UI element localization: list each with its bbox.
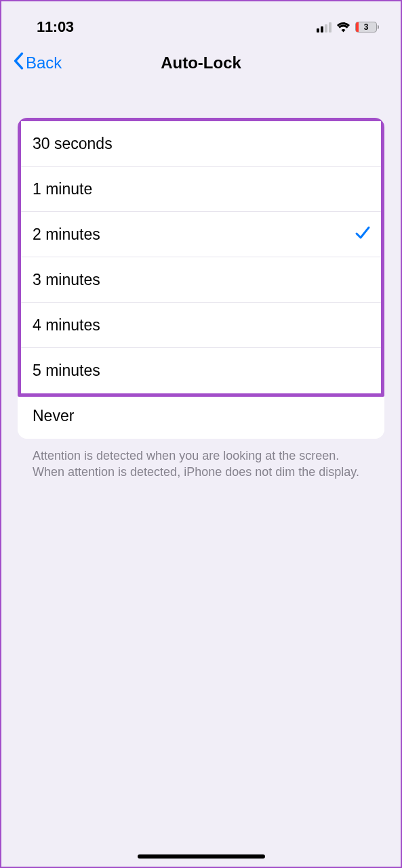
option-4-minutes[interactable]: 4 minutes [21,303,381,348]
option-never[interactable]: Never [18,393,384,439]
option-1-minute[interactable]: 1 minute [21,167,381,212]
option-2-minutes[interactable]: 2 minutes [21,212,381,257]
cellular-signal-icon [317,22,331,32]
option-label: 3 minutes [33,271,100,289]
status-time: 11:03 [37,18,74,36]
option-label: Never [33,407,74,425]
option-30-seconds[interactable]: 30 seconds [21,121,381,167]
home-indicator[interactable] [138,854,265,859]
option-label: 1 minute [33,180,92,198]
checkmark-icon [355,225,371,243]
battery-icon: 3 [355,22,379,32]
back-label: Back [26,53,62,72]
option-5-minutes[interactable]: 5 minutes [21,348,381,393]
status-bar: 11:03 3 [1,1,401,41]
highlighted-options-group: 30 seconds 1 minute 2 minutes 3 minutes … [18,118,384,397]
option-3-minutes[interactable]: 3 minutes [21,257,381,303]
chevron-left-icon [12,52,24,74]
content-area: 30 seconds 1 minute 2 minutes 3 minutes … [1,84,401,481]
option-label: 2 minutes [33,225,100,244]
back-button[interactable]: Back [12,52,62,74]
footer-description: Attention is detected when you are looki… [18,439,384,481]
option-label: 4 minutes [33,316,100,334]
battery-percent: 3 [364,22,369,32]
page-title: Auto-Lock [161,53,241,72]
navigation-bar: Back Auto-Lock [1,41,401,84]
status-icons: 3 [317,22,379,32]
option-label: 30 seconds [33,135,113,153]
wifi-icon [336,22,350,32]
auto-lock-options-list: 30 seconds 1 minute 2 minutes 3 minutes … [18,118,384,439]
option-label: 5 minutes [33,362,100,380]
